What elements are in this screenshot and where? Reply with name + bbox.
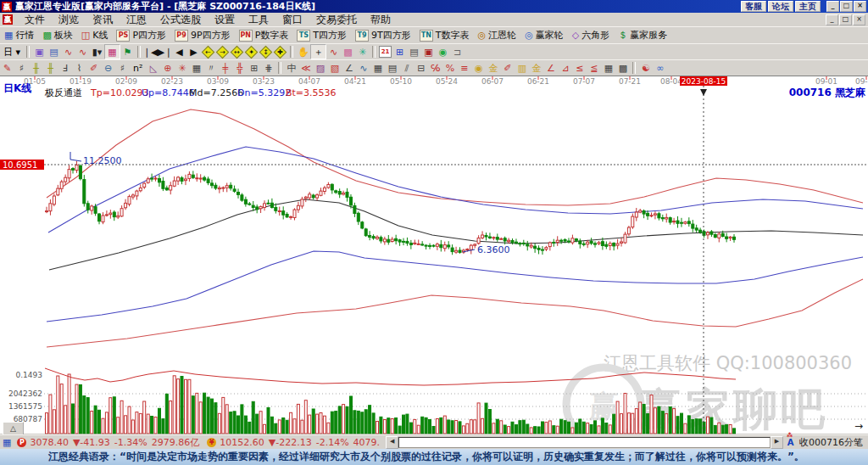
draw-fence2-icon[interactable]: ╫ [43, 61, 58, 75]
draw-grid-hash-icon[interactable]: ♯ [115, 61, 130, 75]
gann-right-icon[interactable]: → [215, 45, 230, 59]
last-bar-icon[interactable]: ▶❘ [158, 45, 172, 59]
toolbar-button-hexagon[interactable]: ◇六角形 [568, 28, 614, 42]
keyboard-wizard-icon[interactable]: ▦ [3, 437, 11, 448]
browser-icon[interactable]: ◉ [436, 45, 450, 59]
sz-index-icon[interactable]: ¥ [207, 438, 216, 447]
window-restore-button[interactable]: □ [840, 1, 853, 12]
draw-gold2-icon[interactable]: 金 [529, 61, 543, 75]
toolbar-button-t-table[interactable]: TNT数字表 [415, 28, 474, 42]
draw-pct2-icon[interactable]: % [442, 61, 457, 75]
menu-item-8[interactable]: 交易委托 [309, 13, 364, 27]
draw-slant-icon[interactable]: ⫽ [399, 61, 414, 75]
save-icon[interactable]: ▣ [421, 45, 436, 59]
grid-style-icon[interactable]: ▦ [104, 44, 120, 59]
toolbar-button-p-square[interactable]: PSP四方形 [112, 28, 170, 42]
menu-item-3[interactable]: 江恩 [120, 13, 153, 27]
title-bar[interactable]: 赢 赢家江恩专业版[赢家内部服务平台] - [黑芝麻 SZ000716-184日… [0, 0, 868, 13]
draw-grid3-icon[interactable]: ▦ [601, 61, 615, 75]
draw-wedge-icon[interactable]: ⊿ [558, 61, 572, 75]
calendar-icon[interactable]: 21 [378, 45, 392, 59]
draw-fence4-icon[interactable]: ╬ [232, 61, 247, 75]
infinity-icon[interactable]: ∞ [653, 61, 667, 75]
menu-item-0[interactable]: 文件 [18, 13, 52, 27]
draw-pen2-icon[interactable]: ✐ [86, 61, 101, 75]
mdi-close-button[interactable]: × [853, 14, 865, 25]
toolbar-button-sectors[interactable]: ▩板块 [38, 28, 76, 42]
draw-nsquared-icon[interactable]: n² [130, 61, 146, 75]
draw-wave-icon[interactable]: ∿ [356, 61, 370, 75]
draw-le1-icon[interactable]: ≤ [572, 61, 587, 75]
period-day-dropdown[interactable]: 日 ▾ [0, 45, 24, 59]
mdi-restore-button[interactable]: □ [839, 14, 852, 25]
draw-gold-circle-icon[interactable]: ◉ [471, 61, 486, 75]
next-bar-icon[interactable]: ▶ [186, 45, 201, 59]
mdi-minimize-button[interactable]: _ [826, 14, 838, 25]
draw-angle2-icon[interactable]: ∠ [543, 61, 558, 75]
titlebar-link-1[interactable]: 论坛 [768, 1, 793, 12]
draw-le2-icon[interactable]: ≦ [587, 61, 601, 75]
toolbar-button-kline[interactable]: ◫K线 [77, 28, 113, 42]
toolbar-button-9t-square[interactable]: T99T四方形 [351, 28, 415, 42]
panel-tool-icon[interactable]: ▩ [341, 45, 355, 59]
scrollbar-track[interactable] [398, 437, 771, 448]
toolbar-button-p-table[interactable]: PNP数字表 [235, 28, 293, 42]
draw-fence1-icon[interactable]: ╫ [29, 61, 43, 75]
menu-item-7[interactable]: 窗口 [275, 13, 309, 27]
crosshair-tool-icon[interactable]: ＋ [310, 44, 326, 59]
draw-circleminus-icon[interactable]: ⊖ [101, 61, 115, 75]
draw-flagf-icon[interactable]: Ⅎ [58, 61, 72, 75]
draw-pct3-icon[interactable]: ≡ [457, 61, 471, 75]
hand-tool-icon[interactable]: ✋ [296, 45, 310, 59]
draw-boxdiag-icon[interactable]: ▨ [313, 61, 327, 75]
draw-densegrid-icon[interactable]: ▦ [189, 61, 203, 75]
candle-style-icon[interactable]: ▮▾ [90, 45, 104, 59]
menu-item-5[interactable]: 设置 [208, 13, 242, 27]
titlebar-link-2[interactable]: 主页 [795, 1, 821, 12]
gann-center-icon[interactable]: ✦ [244, 45, 259, 59]
yinyang-icon[interactable]: ☯ [638, 61, 653, 75]
draw-gold1-icon[interactable]: 金 [486, 61, 500, 75]
scroll-right-button[interactable]: ▶ [771, 436, 783, 449]
draw-center-icon[interactable]: 中 [284, 61, 298, 75]
info-panel-icon[interactable]: ▤ [47, 45, 61, 59]
menu-item-9[interactable]: 帮助 [364, 13, 398, 27]
draw-grid2-icon[interactable]: ▦ [370, 61, 385, 75]
chart-horizontal-scrollbar[interactable]: ◀ ▶ [386, 437, 783, 448]
window-close-button[interactable]: × [854, 1, 866, 12]
draw-boxdiag2-icon[interactable]: ▧ [327, 61, 342, 75]
notepad-icon[interactable]: ▤ [407, 45, 421, 59]
draw-target-icon[interactable]: ⊕ [160, 61, 175, 75]
draw-triangle-icon[interactable]: ◺ [146, 61, 160, 75]
toolbar-button-t-square[interactable]: TST四方形 [292, 28, 351, 42]
trend-small-icon[interactable]: ∿ [61, 45, 75, 59]
draw-grid4-icon[interactable]: ▩ [615, 61, 630, 75]
draw-burst-icon[interactable]: ✳ [175, 61, 189, 75]
prev-bar-icon[interactable]: ◀ [172, 45, 186, 59]
draw-pct1-icon[interactable]: ℅ [428, 61, 442, 75]
draw-angle-icon[interactable]: ∠ [342, 61, 356, 75]
draw-fence3-icon[interactable]: ╪ [218, 61, 232, 75]
toolbar-button-9p-square[interactable]: P99P四方形 [170, 28, 235, 42]
zigzag-tool-icon[interactable]: ∿ [326, 45, 341, 59]
toolbar-button-winner-wheel[interactable]: ◎赢家轮 [520, 28, 568, 42]
titlebar-link-0[interactable]: 客服 [741, 1, 766, 12]
menu-item-2[interactable]: 资讯 [86, 13, 120, 27]
flag-icon[interactable]: ⚑ [120, 45, 135, 59]
gann-cross-icon[interactable]: ✚ [273, 45, 287, 59]
toolbar-button-gann-wheel[interactable]: ◎江恩轮 [474, 28, 521, 42]
gann-left-icon[interactable]: ← [201, 45, 215, 59]
cloud-tool-icon[interactable]: ✳ [355, 45, 370, 59]
toolbar-button-quotes[interactable]: ▦行情 [0, 28, 38, 42]
draw-goldpen-icon[interactable]: ✐ [500, 61, 515, 75]
draw-goldrows-icon[interactable]: ▥ [515, 61, 529, 75]
toolbar-button-winner-service[interactable]: ＄赢家服务 [614, 28, 671, 42]
window-layout-icon[interactable]: ▣ [32, 45, 47, 59]
sh-index-icon[interactable]: P [17, 438, 26, 447]
window-minimize-button[interactable]: _ [826, 1, 839, 12]
calculator-icon[interactable]: ⊞ [392, 45, 407, 59]
draw-window-icon[interactable]: ⊞ [247, 61, 261, 75]
kline-chart-canvas[interactable]: 江恩工具软件 QQ:100800360赢家聊吧赢01-0501-1902-090… [0, 76, 868, 435]
draw-squiggle-icon[interactable]: ⌇ [72, 61, 86, 75]
tick-feed-label[interactable]: 收000716分笔 [799, 436, 863, 449]
